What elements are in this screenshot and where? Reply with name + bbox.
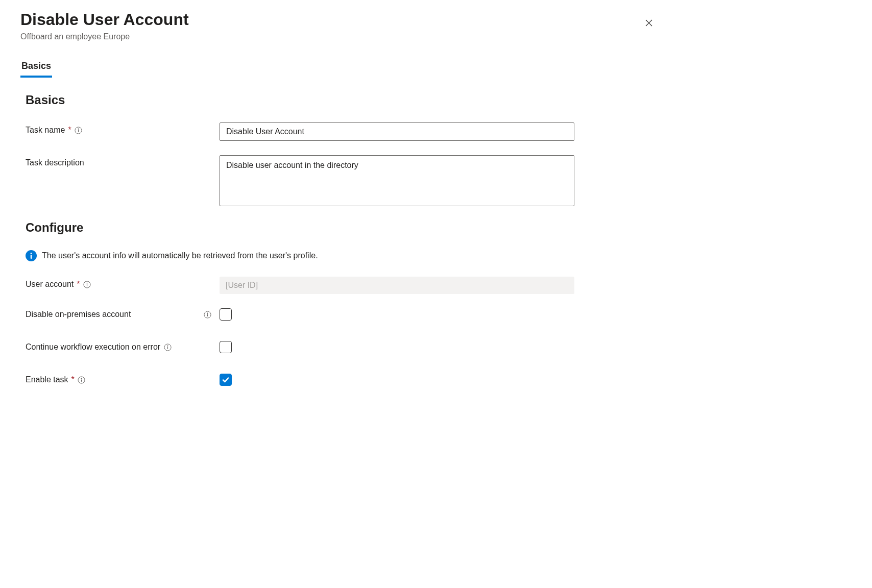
page-title: Disable User Account [20, 10, 189, 29]
title-block: Disable User Account Offboard an employe… [20, 10, 189, 41]
info-icon[interactable] [163, 343, 172, 351]
basics-section: Basics Task name * Task description Disa… [20, 93, 852, 206]
required-indicator: * [71, 375, 75, 384]
continue-on-error-label-wrap: Continue workflow execution on error [26, 342, 220, 352]
info-icon[interactable] [75, 126, 83, 134]
svg-point-18 [81, 378, 82, 379]
svg-rect-7 [31, 255, 32, 259]
info-filled-icon [26, 250, 37, 261]
disable-onprem-row: Disable on-premises account [26, 308, 852, 321]
task-name-label: Task name [26, 126, 65, 135]
task-name-row: Task name * [26, 122, 852, 141]
page-subtitle: Offboard an employee Europe [20, 32, 189, 41]
disable-onprem-checkbox[interactable] [220, 308, 232, 321]
required-indicator: * [77, 280, 80, 289]
continue-on-error-label: Continue workflow execution on error [26, 342, 160, 352]
checkmark-icon [222, 376, 230, 384]
required-indicator: * [68, 126, 71, 135]
task-description-label: Task description [26, 158, 84, 167]
enable-task-label: Enable task [26, 375, 68, 384]
tab-basics[interactable]: Basics [20, 57, 52, 78]
svg-point-9 [87, 283, 87, 283]
tabs: Basics [20, 57, 852, 78]
disable-onprem-label: Disable on-premises account [26, 310, 131, 319]
info-icon[interactable] [83, 280, 91, 288]
task-name-label-wrap: Task name * [26, 122, 220, 135]
close-icon [644, 18, 653, 28]
info-banner-text: The user's account info will automatical… [42, 251, 318, 260]
task-description-input[interactable]: Disable user account in the directory [220, 155, 574, 206]
svg-point-15 [167, 346, 167, 346]
svg-point-6 [31, 253, 32, 254]
section-title-configure: Configure [26, 220, 852, 235]
enable-task-row: Enable task * [26, 374, 852, 386]
continue-on-error-row: Continue workflow execution on error [26, 341, 852, 353]
task-description-row: Task description Disable user account in… [26, 155, 852, 206]
user-account-readonly: [User ID] [220, 277, 574, 294]
section-title-basics: Basics [26, 93, 852, 107]
info-banner: The user's account info will automatical… [26, 250, 852, 261]
user-account-label: User account [26, 280, 74, 289]
svg-point-12 [207, 313, 207, 313]
configure-section: Configure The user's account info will a… [20, 220, 852, 386]
svg-point-3 [78, 129, 79, 129]
panel-header: Disable User Account Offboard an employe… [20, 10, 852, 41]
task-name-input[interactable] [220, 122, 574, 141]
info-icon[interactable] [203, 310, 211, 318]
user-account-row: User account * [User ID] [26, 277, 852, 294]
task-description-label-wrap: Task description [26, 155, 220, 167]
info-icon[interactable] [78, 376, 86, 384]
close-button[interactable] [640, 14, 658, 33]
enable-task-label-wrap: Enable task * [26, 375, 220, 384]
user-account-label-wrap: User account * [26, 277, 220, 289]
enable-task-checkbox[interactable] [220, 374, 232, 386]
continue-on-error-checkbox[interactable] [220, 341, 232, 353]
disable-onprem-label-wrap: Disable on-premises account [26, 310, 220, 319]
